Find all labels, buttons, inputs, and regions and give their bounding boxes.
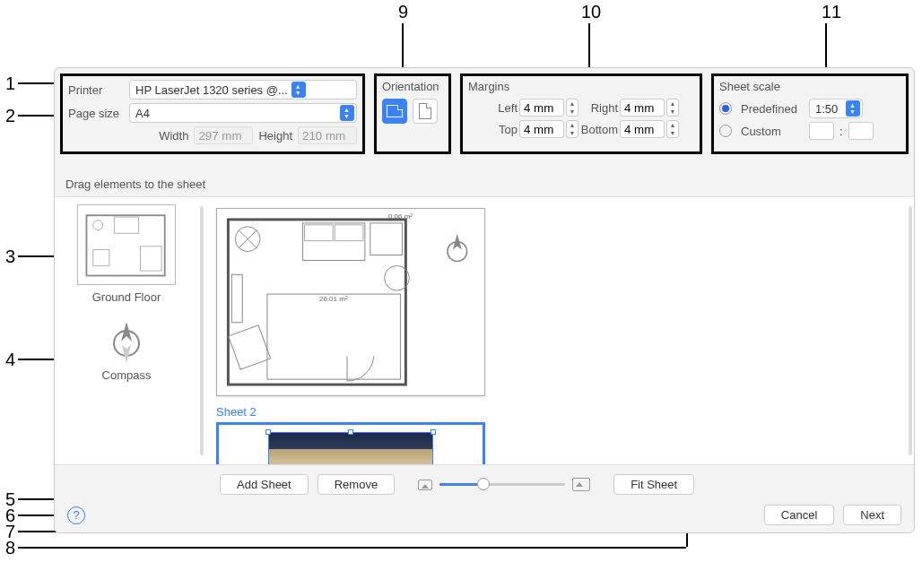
ground-floor-thumbnail [77,204,176,285]
callout-9: 9 [398,2,408,22]
svg-rect-2 [93,249,109,265]
palette-compass[interactable]: Compass [62,318,191,382]
width-label: Width [159,129,188,143]
callout-11: 11 [822,2,841,22]
area-label-mid-text: 26.01 m² [319,295,348,303]
palette-ground-floor-label: Ground Floor [62,290,191,304]
scale-custom-den[interactable] [848,122,874,140]
orientation-label: Orientation [382,80,443,93]
scale-predefined-label: Predefined [741,102,804,116]
dropdown-caret-icon [291,82,306,98]
sheets-area[interactable]: 0.06 m² [205,197,909,464]
scale-predefined-value: 1:50 [815,102,842,116]
svg-rect-1 [114,217,138,233]
orientation-landscape-button[interactable] [382,99,407,124]
palette-scrollbar[interactable] [200,206,204,455]
zoom-slider [418,478,590,491]
compass-icon [109,318,144,363]
palette-compass-label: Compass [62,368,191,382]
svg-rect-16 [267,294,400,379]
dropdown-caret-icon [846,100,860,117]
width-input [194,126,253,144]
palette-ground-floor[interactable]: Ground Floor [62,204,191,304]
callout-1: 1 [5,74,15,94]
page-size-value: A4 [135,107,336,120]
sheet-2-preview[interactable] [216,422,485,464]
callout-2: 2 [5,106,15,126]
fit-sheet-button[interactable]: Fit Sheet [613,474,694,495]
remove-button[interactable]: Remove [317,474,395,495]
orientation-portrait-button[interactable] [413,99,438,124]
svg-rect-9 [303,223,365,261]
zoom-slider-thumb[interactable] [477,478,490,490]
svg-rect-0 [86,215,164,275]
margin-right-stepper[interactable]: ▲▼ [666,99,679,117]
callout-4: 4 [5,350,15,370]
scale-custom-label: Custom [741,125,804,138]
margin-left-stepper[interactable]: ▲▼ [566,99,578,117]
printer-page-panel: Printer HP LaserJet 1320 series @... Pag… [60,74,365,154]
scale-custom-radio[interactable] [719,125,732,137]
margin-left-label: Left [483,101,518,115]
sheet-scale-panel: Sheet scale Predefined 1:50 Custom : [711,74,909,154]
margin-top-input[interactable] [519,120,564,138]
scale-custom-num[interactable] [809,122,834,140]
drag-elements-label: Drag elements to the sheet [55,160,914,196]
margin-bottom-label: Bottom [580,123,618,136]
dialog-footer: ? Cancel Next [55,497,914,532]
sheet-2-label: Sheet 2 [216,405,898,419]
svg-rect-10 [305,225,334,241]
printer-value: HP LaserJet 1320 series @... [135,83,288,97]
page-size-label: Page size [68,107,124,120]
svg-rect-18 [231,274,242,322]
orientation-panel: Orientation [374,74,451,154]
callout-10: 10 [581,2,601,22]
sheet-1-preview[interactable]: 0.06 m² [216,208,485,396]
svg-rect-8 [228,220,405,385]
elements-palette[interactable]: Ground Floor Compass [55,197,198,464]
margin-bottom-input[interactable] [620,120,665,138]
margin-left-input[interactable] [519,99,564,117]
svg-rect-11 [335,225,363,241]
margins-label: Margins [468,80,694,93]
cancel-button[interactable]: Cancel [764,505,834,525]
margin-bottom-stepper[interactable]: ▲▼ [666,120,679,138]
zoom-in-icon [572,478,590,491]
printer-select[interactable]: HP LaserJet 1320 series @... [129,80,357,99]
dropdown-caret-icon [340,105,354,121]
margin-top-stepper[interactable]: ▲▼ [566,120,578,138]
help-button[interactable]: ? [67,506,85,524]
content-area: Ground Floor Compass 0.06 m² [55,196,914,465]
height-label: Height [258,129,292,143]
print-dialog: Printer HP LaserJet 1320 series @... Pag… [54,67,915,533]
portrait-icon [419,103,431,119]
callout-3: 3 [5,246,15,267]
margins-panel: Margins Left ▲▼ Right ▲▼ Top ▲▼ [460,74,702,154]
sheet-2-render[interactable] [268,432,433,464]
landscape-icon [387,105,403,117]
margin-right-label: Right [580,101,618,115]
svg-point-4 [93,220,103,230]
svg-marker-7 [122,345,131,363]
zoom-slider-track[interactable] [439,483,565,486]
add-sheet-button[interactable]: Add Sheet [220,474,309,495]
svg-rect-3 [140,246,161,271]
next-button[interactable]: Next [843,505,901,525]
sheets-scrollbar[interactable] [909,206,912,455]
scale-predefined-select[interactable]: 1:50 [809,99,863,118]
callout-8: 8 [5,538,15,558]
scale-custom-sep: : [839,125,843,138]
margin-right-input[interactable] [620,99,665,117]
sheet-scale-label: Sheet scale [719,80,900,93]
scale-predefined-radio[interactable] [719,102,732,115]
page-size-select[interactable]: A4 [129,103,357,123]
height-input [298,126,357,144]
svg-rect-17 [229,325,271,369]
svg-rect-12 [370,223,403,255]
zoom-out-icon [418,480,432,490]
printer-label: Printer [68,83,124,97]
margin-top-label: Top [483,123,518,136]
